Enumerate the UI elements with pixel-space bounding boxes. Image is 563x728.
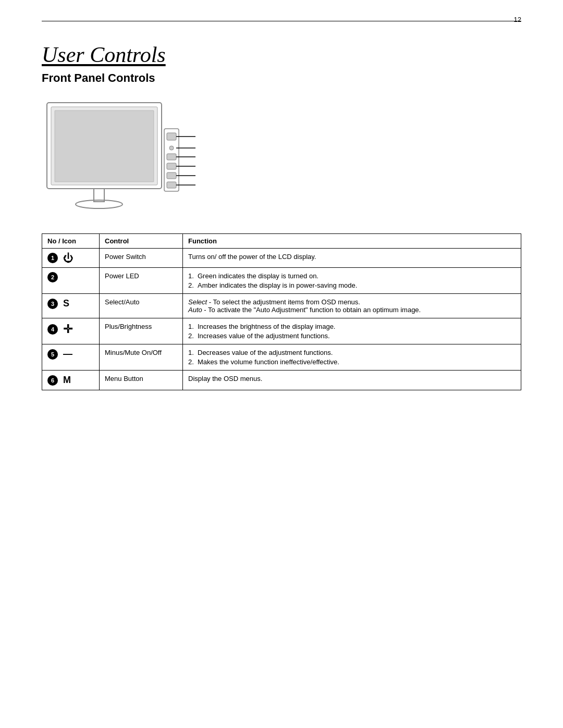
control-1: Power Switch — [100, 249, 183, 268]
row-no-5: 5 — — [42, 344, 100, 371]
page-number: 12 — [514, 16, 521, 23]
svg-point-7 — [169, 146, 174, 150]
table-row: 2 Power LED 1. Green indicates the displ… — [42, 268, 521, 294]
power-icon: ⏻ — [63, 253, 74, 263]
control-3: Select/Auto — [100, 294, 183, 318]
circle-1: 1 — [47, 253, 58, 263]
header-function: Function — [183, 234, 521, 249]
table-row: 3 S Select/Auto Select - To select the a… — [42, 294, 521, 318]
header-no: No / Icon — [42, 234, 100, 249]
function-1: Turns on/ off the power of the LCD displ… — [183, 249, 521, 268]
function-5: 1. Decreases value of the adjustment fun… — [183, 344, 521, 371]
control-2: Power LED — [100, 268, 183, 294]
monitor-illustration: 1 2 3 4 5 6 — [42, 97, 198, 219]
control-6: Menu Button — [100, 371, 183, 390]
menu-icon: M — [63, 375, 71, 386]
row-no-6: 6 M — [42, 371, 100, 390]
row-no-4: 4 ✛ — [42, 318, 100, 344]
svg-rect-2 — [55, 110, 154, 182]
controls-table: No / Icon Control Function 1 ⏻ Power Swi… — [42, 233, 521, 390]
function-4: 1. Increases the brightness of the displ… — [183, 318, 521, 344]
minus-icon: — — [63, 349, 74, 360]
plus-icon: ✛ — [63, 323, 72, 336]
select-icon: S — [63, 298, 69, 309]
row-no-1: 1 ⏻ — [42, 249, 100, 268]
svg-rect-10 — [167, 172, 176, 179]
page-title: User Controls — [42, 42, 521, 67]
monitor-diagram: 1 2 3 4 5 6 — [42, 97, 521, 219]
circle-2: 2 — [47, 272, 58, 282]
header-control: Control — [100, 234, 183, 249]
circle-3: 3 — [47, 299, 58, 309]
svg-rect-6 — [167, 133, 176, 140]
circle-5: 5 — [47, 349, 58, 360]
top-divider — [42, 21, 521, 21]
svg-rect-11 — [167, 182, 176, 188]
svg-rect-8 — [167, 154, 176, 160]
circle-4: 4 — [47, 324, 58, 335]
row-no-2: 2 — [42, 268, 100, 294]
function-2: 1. Green indicates the display is turned… — [183, 268, 521, 294]
table-row: 4 ✛ Plus/Brightness 1. Increases the bri… — [42, 318, 521, 344]
table-row: 1 ⏻ Power Switch Turns on/ off the power… — [42, 249, 521, 268]
table-row: 5 — Minus/Mute On/Off 1. Decreases value… — [42, 344, 521, 371]
function-6: Display the OSD menus. — [183, 371, 521, 390]
function-3: Select - To select the adjustment items … — [183, 294, 521, 318]
section-title: Front Panel Controls — [42, 71, 521, 85]
circle-6: 6 — [47, 375, 58, 386]
control-5: Minus/Mute On/Off — [100, 344, 183, 371]
table-row: 6 M Menu Button Display the OSD menus. — [42, 371, 521, 390]
svg-rect-9 — [167, 163, 176, 169]
control-4: Plus/Brightness — [100, 318, 183, 344]
row-no-3: 3 S — [42, 294, 100, 318]
